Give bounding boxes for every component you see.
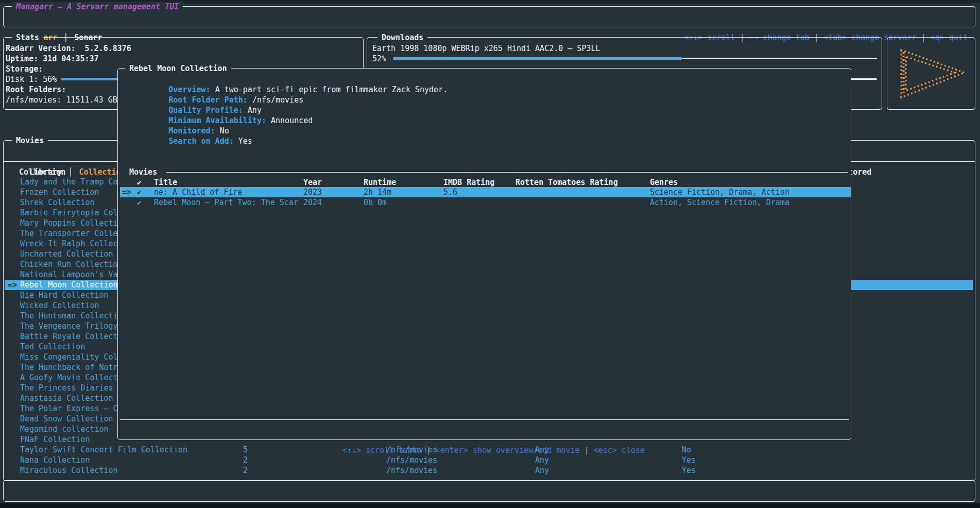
collection-name: Chicken Run Collectio	[20, 259, 118, 269]
collection-name: Nana Collection	[20, 455, 90, 465]
disk-usage-label: Disk 1: 56%	[6, 74, 57, 84]
movie-title: ne: A Child of Fire	[154, 187, 243, 197]
modal-title: Rebel Moon Collection	[125, 63, 231, 74]
collection-name: FNaF Collection	[20, 434, 90, 445]
collection-name: Barbie Fairytopia Col	[20, 208, 118, 218]
detail-line: Minimum Availability:Announced	[122, 105, 448, 115]
collection-name: Megamind collection	[20, 424, 109, 434]
modal-movies-rule	[166, 172, 848, 173]
collection-name: Dead Snow Collection	[20, 414, 113, 424]
movie-year: 2023	[303, 187, 322, 197]
collection-name: National Lampoon's Va	[20, 269, 118, 280]
collection-flag: Yes	[682, 455, 696, 465]
bottom-help-panel: <s> search<e> edit<o> sort<f> filter<ctr…	[3, 480, 975, 502]
collection-name: Wreck-It Ralph Collec	[20, 239, 118, 249]
collection-root-folder: /nfs/movies	[386, 465, 437, 476]
movie-genres: Action, Science Fiction, Drama	[650, 197, 789, 208]
collection-name: Anastasia Collection	[20, 393, 113, 403]
download-item-percent: 52%	[372, 54, 386, 64]
download-item-name: Earth 1998 1080p WEBRip x265 Hindi AAC2.…	[372, 43, 600, 54]
logo-panel	[887, 37, 975, 110]
collection-row[interactable]: Miraculous Collection 2 /nfs/movies Any …	[5, 465, 973, 476]
download-gauge-track	[682, 58, 877, 59]
collection-name: A Goofy Movie Collect	[20, 372, 118, 383]
collection-name: Frozen Collection	[20, 187, 99, 197]
movie-title: Rebel Moon – Part Two: The Scar	[154, 197, 298, 208]
collection-name: The Vengeance Trilogy	[20, 321, 118, 331]
col-imdb-rating: IMDB Rating	[443, 177, 494, 188]
download-gauge-fill	[393, 57, 682, 60]
collection-movie-count: 2	[243, 465, 248, 476]
monitored-check-icon: ✔	[137, 197, 142, 208]
movie-genres: Science Fiction, Drama, Action	[650, 187, 789, 197]
managarr-play-logo-icon	[887, 38, 975, 109]
collection-movie-count: 2	[243, 455, 248, 465]
keybinding-hint: <↑↓> scroll table	[342, 446, 422, 455]
movie-runtime: 2h 14m	[364, 187, 391, 197]
terminal-clip-bottom	[0, 503, 980, 508]
movies-table-header: ✔ Title Year Runtime IMDB Rating Rotten …	[120, 177, 851, 188]
movie-year: 2024	[303, 197, 322, 208]
movies-panel-title: Movies	[12, 136, 48, 146]
detail-line: Root Folder Path:/nfs/movies	[122, 84, 448, 95]
collection-name: Lady and the Tramp Co	[20, 177, 118, 187]
root-folders-label: Root Folders:	[6, 84, 66, 95]
collection-name: Shrek Collection	[20, 197, 95, 208]
selection-arrow: =>	[122, 187, 131, 197]
header-tabs-panel: Managarr – A Servarr management TUI Rada…	[3, 6, 975, 27]
modal-keybindings: <↑↓> scroll table<enter> show overview/a…	[118, 425, 851, 455]
col-rotten-tomatoes: Rotten Tomatoes Rating	[515, 177, 618, 188]
keybinding-hint: <enter> show overview/add movie	[422, 446, 580, 455]
collection-name: The Huntsman Collecti	[20, 311, 118, 321]
collection-name: Uncharted Collection	[20, 249, 113, 259]
movie-row[interactable]: ✔ Rebel Moon – Part Two: The Scar 2024 0…	[120, 197, 851, 208]
modal-footer-rule	[120, 419, 849, 420]
managarr-terminal: Managarr – A Servarr management TUI Rada…	[0, 0, 980, 508]
collection-name: Mary Poppins Collecti	[20, 218, 118, 228]
collection-name: The Polar Express – C	[20, 403, 118, 414]
radarr-version: Radarr Version: 5.2.6.8376	[6, 43, 131, 54]
detail-label: Search on Add:	[168, 137, 238, 146]
col-year: Year	[303, 177, 322, 188]
monitored-check-icon: ✔	[137, 187, 142, 197]
detail-line: Quality Profile:Any	[122, 95, 448, 105]
collection-name: Wicked Collection	[20, 300, 99, 311]
collection-name: The Transporter Colle	[20, 228, 118, 239]
stats-panel-title: Stats	[12, 32, 43, 43]
collection-name: Miraculous Collection	[20, 465, 118, 476]
app-title: Managarr – A Servarr management TUI	[12, 2, 183, 12]
movies-table: => ✔ ne: A Child of Fire 2023 2h 14m 5.6…	[120, 187, 851, 208]
collection-quality-profile: Any	[535, 465, 549, 476]
root-folder-size: /nfs/movies: 11511.43 GB	[6, 95, 117, 105]
detail-line: Search on Add:Yes	[122, 126, 448, 136]
col-title: Title	[154, 177, 177, 188]
movie-runtime: 0h 0m	[364, 197, 387, 208]
collection-name: Ted Collection	[20, 342, 85, 352]
collection-row[interactable]: Nana Collection 2 /nfs/movies Any Yes	[5, 455, 973, 465]
movie-imdb-rating: 5.6	[443, 187, 457, 197]
collection-name: The Hunchback of Notr	[20, 362, 118, 372]
movie-row[interactable]: => ✔ ne: A Child of Fire 2023 2h 14m 5.6…	[120, 187, 851, 197]
collection-name: Rebel Moon Collection	[20, 280, 118, 290]
collection-flag: Yes	[682, 465, 696, 476]
collection-name: Battle Royale Collect	[20, 331, 118, 342]
col-genres: Genres	[650, 177, 678, 188]
modal-movies-title: Movies	[129, 167, 157, 177]
detail-line: Overview:A two-part sci-fi epic from fil…	[122, 74, 448, 84]
collection-details: Overview:A two-part sci-fi epic from fil…	[122, 74, 448, 136]
selection-arrow: =>	[8, 280, 17, 290]
col-monitored-check: ✔	[137, 177, 142, 188]
collection-details-modal: Rebel Moon Collection Overview:A two-par…	[117, 68, 851, 440]
storage-label: Storage:	[6, 64, 43, 74]
collection-root-folder: /nfs/movies	[386, 455, 437, 465]
uptime: Uptime: 31d 04:35:37	[6, 54, 99, 64]
column-header-collection: Collection	[19, 167, 65, 177]
col-runtime: Runtime	[364, 177, 396, 188]
keybinding-hint: <esc> close	[580, 446, 645, 455]
detail-line: Monitored:No	[122, 115, 448, 126]
collection-name: Miss Congeniality Col	[20, 352, 118, 362]
collection-name: Die Hard Collection	[20, 290, 109, 300]
detail-value: Yes	[238, 137, 252, 146]
collection-quality-profile: Any	[535, 455, 549, 465]
downloads-panel-title: Downloads	[377, 32, 427, 43]
